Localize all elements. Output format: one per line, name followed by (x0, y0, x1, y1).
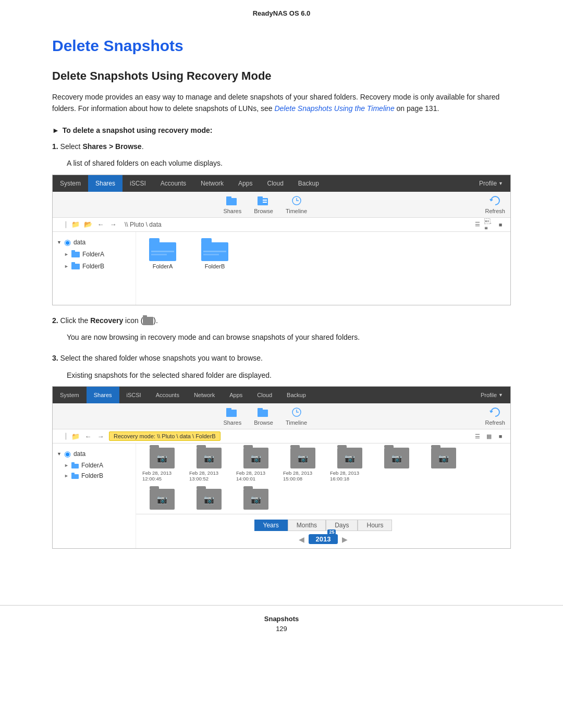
path-forward-icon[interactable]: → (108, 220, 118, 229)
timeline-next-arrow[interactable]: ▶ (342, 535, 348, 544)
snapshot-folder-9: 📷 (197, 489, 222, 510)
nav2-network[interactable]: Network (187, 387, 222, 403)
tree-folderb[interactable]: ► FolderB (53, 261, 136, 273)
nav-accounts[interactable]: Accounts (153, 175, 193, 192)
toolbar-refresh-btn[interactable]: Refresh (485, 195, 505, 214)
path-folder-icon[interactable]: 📁 (70, 220, 81, 229)
svg-rect-20 (226, 408, 231, 410)
path2-back-icon[interactable]: ← (83, 431, 93, 441)
nav2-profile[interactable]: Profile ▼ (473, 387, 510, 403)
svg-rect-3 (258, 196, 263, 199)
nav-network[interactable]: Network (193, 175, 231, 192)
tree-data[interactable]: ▼ ◉ data (53, 236, 136, 249)
timeline-prev-arrow[interactable]: ◀ (299, 535, 304, 544)
nav2-backup[interactable]: Backup (279, 387, 313, 403)
snapshot-folder-3: 📷 (243, 448, 268, 468)
view-large-icon[interactable]: ■ (496, 220, 505, 229)
path-add-icon[interactable]: 📂 (83, 220, 93, 229)
snapshot-8[interactable]: 📷 (142, 489, 182, 510)
snapshot-grid: 📷 Feb 28, 2013 12:00:45 📷 Feb 28, 2013 1… (136, 443, 510, 514)
intro-link[interactable]: Delete Snapshots Using the Timeline (274, 104, 394, 113)
nav2-accounts[interactable]: Accounts (149, 387, 187, 403)
nav-apps[interactable]: Apps (231, 175, 260, 192)
shares2-icon (225, 406, 240, 418)
tree2-foldera-icon (71, 462, 79, 468)
tree2-expand-icon: ▼ (57, 451, 62, 456)
path-back-icon[interactable]: ← (95, 220, 106, 229)
toolbar2-timeline-label: Timeline (286, 419, 307, 426)
nav2-iscsi[interactable]: iSCSI (119, 387, 149, 403)
toolbar-timeline-btn[interactable]: Timeline (286, 195, 307, 214)
path2-tree-icon[interactable]: ⎹ (58, 431, 68, 441)
view-grid-icon[interactable]: . ▦ (484, 220, 494, 229)
browser-1: ▼ ◉ data ► FolderA ► (53, 232, 510, 305)
snapshot-date-3: Feb 28, 2013 14:00:01 (236, 470, 276, 482)
snapshot-camera-6: 📷 (391, 453, 402, 463)
snapshot-1[interactable]: 📷 Feb 28, 2013 12:00:45 (142, 448, 182, 482)
arrow-icon: ► (52, 126, 59, 134)
svg-rect-0 (226, 198, 237, 205)
tab-months[interactable]: Months (288, 520, 326, 531)
svg-rect-24 (71, 464, 79, 468)
path-tree-icon[interactable]: ⎹ (58, 220, 68, 229)
path2-forward-icon[interactable]: → (95, 431, 106, 441)
toolbar-timeline-label: Timeline (286, 208, 307, 214)
snapshot-9[interactable]: 📷 (189, 489, 229, 510)
tab-years[interactable]: Years (254, 520, 288, 531)
file-foldera[interactable]: FolderA (144, 238, 181, 269)
header-title: ReadyNAS OS 6.0 (253, 9, 311, 17)
toolbar2-refresh-label: Refresh (485, 419, 505, 426)
snapshot-date-5: Feb 28, 2013 16:00:18 (330, 470, 370, 482)
view2-large-icon[interactable]: ■ (496, 431, 505, 441)
view2-grid-icon[interactable]: ▦ (484, 431, 494, 441)
snapshot-2[interactable]: 📷 Feb 28, 2013 13:00:52 (189, 448, 229, 482)
path-text-1: \\ Pluto \ data (121, 221, 470, 228)
view2-list-icon[interactable]: ☰ (473, 431, 482, 441)
nav2-shares[interactable]: Shares (87, 387, 119, 403)
view-list-icon[interactable]: ☰ (473, 220, 482, 229)
toolbar2-shares-btn[interactable]: Shares (223, 406, 241, 426)
step-3-number: 3. (52, 354, 58, 362)
path2-folder-icon[interactable]: 📁 (70, 431, 81, 441)
snapshot-5[interactable]: 📷 Feb 28, 2013 16:00:18 (330, 448, 370, 482)
step-2: 2. Click the Recovery icon (). You are n… (52, 315, 511, 343)
snapshot-folder-4: 📷 (290, 448, 315, 468)
nav2-system[interactable]: System (53, 387, 87, 403)
timeline2-icon (289, 406, 304, 418)
snapshot-6[interactable]: 📷 (377, 448, 417, 482)
timeline-count: 25 (327, 529, 336, 535)
page-title: Delete Snapshots (52, 37, 511, 55)
snapshot-camera-9: 📷 (204, 495, 214, 504)
snapshot-10[interactable]: 📷 (236, 489, 276, 510)
nav-profile[interactable]: Profile ▼ (472, 175, 510, 192)
tree2-folderb[interactable]: ► FolderB (53, 471, 136, 481)
nav2-cloud[interactable]: Cloud (250, 387, 279, 403)
toolbar2-timeline-btn[interactable]: Timeline (286, 406, 307, 426)
snapshot-3[interactable]: 📷 Feb 28, 2013 14:00:01 (236, 448, 276, 482)
nav-backup[interactable]: Backup (291, 175, 326, 192)
toolbar2-browse-btn[interactable]: Browse (254, 406, 273, 426)
nav2-apps[interactable]: Apps (222, 387, 250, 403)
screenshot-2: System Shares iSCSI Accounts Network App… (52, 386, 511, 549)
step-2-label: Click the Recovery icon (). (60, 316, 158, 325)
toolbar-left-2: Shares Browse Timeline (58, 406, 472, 426)
tab-hours[interactable]: Hours (358, 520, 392, 531)
tree2-data[interactable]: ▼ ◉ data (53, 448, 136, 460)
nav-shares[interactable]: Shares (88, 175, 123, 192)
nav-system[interactable]: System (53, 175, 88, 192)
footer-page-number: 129 (0, 625, 563, 633)
nav-iscsi[interactable]: iSCSI (123, 175, 153, 192)
snapshot-7[interactable]: 📷 (424, 448, 463, 482)
nav-cloud[interactable]: Cloud (260, 175, 290, 192)
svg-rect-4 (263, 200, 267, 201)
tree-foldera[interactable]: ► FolderA (53, 249, 136, 261)
snapshot-folder-8: 📷 (150, 489, 175, 510)
file-folderb[interactable]: FolderB (197, 238, 233, 269)
svg-rect-8 (71, 250, 75, 252)
toolbar-browse-btn[interactable]: Browse (254, 195, 273, 214)
timeline-year-bubble: 25 2013 (309, 534, 338, 544)
tree2-foldera[interactable]: ► FolderA (53, 460, 136, 471)
toolbar-shares-btn[interactable]: Shares (223, 195, 241, 214)
snapshot-4[interactable]: 📷 Feb 28, 2013 15:00:08 (283, 448, 323, 482)
toolbar2-refresh-btn[interactable]: Refresh (485, 406, 505, 426)
